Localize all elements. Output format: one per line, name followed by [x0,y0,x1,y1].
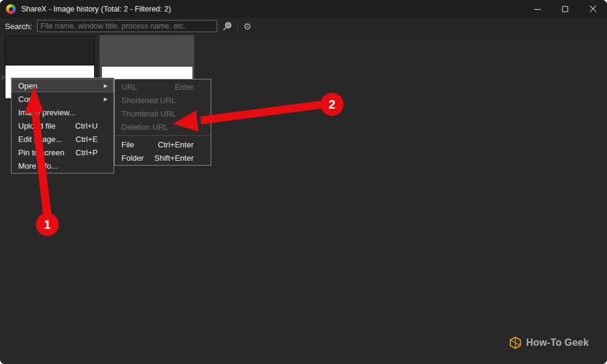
window-controls [523,0,607,18]
maximize-icon [562,6,568,12]
submenu-item-folder-label: Folder [121,153,144,163]
sharex-window: ShareX - Image history (Total: 2 - Filte… [0,0,607,364]
close-icon [589,5,597,13]
history-item-1-caption: .c [1,74,5,80]
submenu-separator [115,135,211,136]
window-title: ShareX - Image history (Total: 2 - Filte… [21,5,171,13]
submenu-arrow-icon: ▶ [98,83,114,89]
minimize-icon [534,9,541,10]
menu-item-pin-to-screen-shortcut: Ctrl+P [76,148,98,157]
menu-item-upload-file-label: Upload file [18,121,55,130]
submenu-item-shortened-url[interactable]: Shortened URL [115,93,211,107]
menu-item-more-info-label: More info... [18,161,58,170]
image-history-list: .c Open ▶ Copy ▶ Image preview... Uploa [0,34,607,364]
menu-item-pin-to-screen[interactable]: Pin to screen Ctrl+P [12,146,114,159]
howtogeek-logo-icon [509,336,522,349]
menu-item-more-info[interactable]: More info... [12,159,114,172]
submenu-item-thumbnail-url-label: Thumbnail URL [121,109,176,118]
submenu-item-url-label: URL [121,83,137,92]
annotation-step-1-number: 1 [44,218,50,231]
menu-item-edit-image[interactable]: Edit image... Ctrl+E [12,132,114,146]
menu-item-image-preview-label: Image preview... [18,108,76,117]
toolbar-divider [237,21,238,32]
menu-item-edit-image-label: Edit image... [18,135,62,144]
search-label: Search: [5,22,32,31]
submenu-item-folder-shortcut: Shift+Enter [154,153,194,163]
magnifier-icon [222,21,232,32]
close-button[interactable] [579,0,607,18]
submenu-item-shortened-url-label: Shortened URL [121,96,176,105]
howtogeek-watermark: How-To Geek [509,336,589,349]
context-menu: Open ▶ Copy ▶ Image preview... Upload fi… [11,78,114,174]
menu-item-edit-image-shortcut: Ctrl+E [76,135,98,144]
menu-item-open-label: Open [18,81,38,90]
settings-button[interactable]: ⚙ [240,19,256,33]
submenu-item-thumbnail-url[interactable]: Thumbnail URL [115,107,211,120]
submenu-item-deletion-url-label: Deletion URL [121,123,168,132]
submenu-item-url-shortcut: Enter [175,83,194,92]
annotation-circle-1 [36,213,59,236]
maximize-button[interactable] [551,0,579,18]
search-input[interactable] [37,20,217,32]
submenu-arrow-icon: ▶ [98,96,114,102]
menu-item-open[interactable]: Open ▶ [12,79,114,92]
submenu-item-file-label: File [121,140,134,149]
titlebar: ShareX - Image history (Total: 2 - Filte… [0,0,607,18]
search-button[interactable] [220,19,236,33]
submenu-item-file[interactable]: File Ctrl+Enter [115,138,211,151]
menu-item-copy[interactable]: Copy ▶ [12,92,114,106]
menu-item-copy-label: Copy [18,95,36,104]
submenu-item-deletion-url[interactable]: Deletion URL [115,120,211,133]
annotation-arrow-2-shaft [200,101,321,124]
menu-item-pin-to-screen-label: Pin to screen [18,148,64,157]
menu-item-image-preview[interactable]: Image preview... [12,106,114,119]
menu-item-upload-file[interactable]: Upload file Ctrl+U [12,119,114,132]
open-submenu: URL Enter Shortened URL Thumbnail URL De… [114,79,211,166]
submenu-item-url[interactable]: URL Enter [115,80,211,93]
gear-icon: ⚙ [243,22,251,31]
howtogeek-watermark-text: How-To Geek [526,337,589,348]
submenu-item-file-shortcut: Ctrl+Enter [158,140,194,149]
history-item-2-thumbnail [102,67,192,79]
menu-item-upload-file-shortcut: Ctrl+U [75,121,98,130]
submenu-item-folder[interactable]: Folder Shift+Enter [115,151,211,164]
annotation-circle-2 [320,93,344,116]
sharex-logo-icon [6,4,16,14]
minimize-button[interactable] [523,0,551,18]
search-bar: Search: ⚙ [0,18,607,34]
annotation-step-2-number: 2 [328,98,335,111]
